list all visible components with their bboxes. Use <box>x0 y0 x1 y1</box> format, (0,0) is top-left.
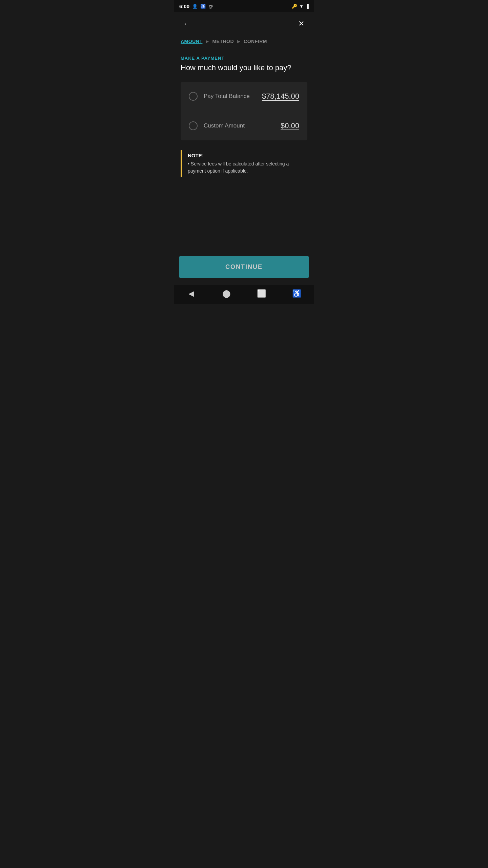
back-button[interactable]: ← <box>181 18 193 30</box>
recents-nav-button[interactable]: ⬜ <box>253 288 270 300</box>
accessibility-nav-button[interactable]: ♿ <box>288 288 305 300</box>
battery-icon: ▐ <box>306 4 309 9</box>
accessibility-icon: ♿ <box>200 4 206 9</box>
radio-custom-amount[interactable] <box>189 121 198 130</box>
custom-amount-value: $0.00 <box>281 121 299 130</box>
step-amount[interactable]: AMOUNT <box>181 39 202 44</box>
custom-amount-label: Custom Amount <box>204 122 245 129</box>
stepper: AMOUNT ▶ METHOD ▶ CONFIRM <box>174 35 314 52</box>
person-icon: 👤 <box>192 4 198 9</box>
continue-button-container: CONTINUE <box>174 252 314 285</box>
status-bar: 6:00 👤 ♿ @ 🔑 ▼ ▐ <box>174 0 314 12</box>
option-left-total: Pay Total Balance <box>189 92 250 101</box>
spacer <box>174 220 314 252</box>
total-balance-amount: $78,145.00 <box>262 92 299 101</box>
status-bar-right: 🔑 ▼ ▐ <box>292 4 309 9</box>
note-section: NOTE: • Service fees will be calculated … <box>181 150 307 177</box>
option-left-custom: Custom Amount <box>189 121 245 130</box>
at-icon: @ <box>208 4 213 9</box>
continue-button[interactable]: CONTINUE <box>179 256 309 278</box>
navigation-bar: ← ✕ <box>174 12 314 35</box>
home-nav-button[interactable]: ⬤ <box>218 288 235 300</box>
back-nav-button[interactable]: ◀ <box>183 288 200 300</box>
note-title: NOTE: <box>188 153 302 158</box>
section-label: MAKE A PAYMENT <box>181 56 307 61</box>
status-time: 6:00 <box>179 3 189 9</box>
step-arrow-1: ▶ <box>206 39 209 44</box>
status-bar-left: 6:00 👤 ♿ @ <box>179 3 213 9</box>
note-text: • Service fees will be calculated after … <box>188 160 302 175</box>
wifi-icon: ▼ <box>299 4 304 9</box>
step-arrow-2: ▶ <box>237 39 240 44</box>
payment-question: How much would you like to pay? <box>181 63 307 72</box>
step-confirm[interactable]: CONFIRM <box>244 39 267 44</box>
custom-amount-option[interactable]: Custom Amount $0.00 <box>181 111 307 140</box>
close-button[interactable]: ✕ <box>295 18 307 30</box>
main-content: MAKE A PAYMENT How much would you like t… <box>174 52 314 220</box>
note-content: NOTE: • Service fees will be calculated … <box>182 150 307 177</box>
payment-options-card: Pay Total Balance $78,145.00 Custom Amou… <box>181 82 307 140</box>
radio-total-balance[interactable] <box>189 92 198 101</box>
step-method[interactable]: METHOD <box>212 39 234 44</box>
pay-total-balance-option[interactable]: Pay Total Balance $78,145.00 <box>181 82 307 111</box>
key-icon: 🔑 <box>292 4 297 9</box>
bottom-nav-bar: ◀ ⬤ ⬜ ♿ <box>174 285 314 304</box>
total-balance-label: Pay Total Balance <box>204 93 250 100</box>
